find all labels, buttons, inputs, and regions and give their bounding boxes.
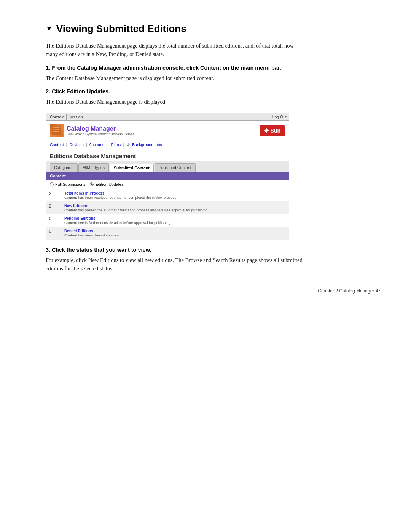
- sun-logo: ☀ Sun: [260, 125, 285, 136]
- data-row-3-info[interactable]: Pending Editions Content needs further c…: [61, 214, 289, 227]
- ss-content: Content Full Submissions Edition Updates: [46, 172, 289, 240]
- tab-submitted-content[interactable]: Submitted Content: [110, 164, 154, 172]
- data-row-4: 0 Denied Editions Content has been denie…: [46, 227, 289, 240]
- step-3-body: For example, click New Editions to view …: [46, 256, 304, 273]
- ss-topbar: Console Version Log Out: [46, 113, 289, 121]
- data-row-1-desc: Content has been received, but has not c…: [64, 195, 286, 200]
- svg-rect-2: [53, 129, 60, 130]
- step-1-number: 1.: [46, 65, 50, 71]
- steps-list: 1. From the Catalog Manager administrati…: [46, 65, 381, 273]
- svg-rect-1: [53, 127, 60, 128]
- data-row-1-number: 2: [46, 189, 61, 201]
- ss-navbar: Content | Devices | Accounts | Plans | ⚙…: [46, 141, 289, 149]
- ss-header-left: Catalog Manager Sun Java™ System Content…: [50, 124, 134, 137]
- logo-book-icon: [50, 124, 64, 137]
- step-3-number: 3.: [46, 247, 50, 253]
- radio-full-submissions[interactable]: Full Submissions: [50, 182, 85, 187]
- intro-text: The Editions Database Management page di…: [46, 42, 304, 59]
- data-row-3-title[interactable]: Pending Editions: [64, 216, 286, 220]
- page-container: ▼ Viewing Submitted Editions The Edition…: [0, 0, 411, 324]
- radio-edition-updates-button[interactable]: [90, 182, 94, 186]
- data-row-2-number: 2: [46, 202, 61, 214]
- nav-accounts[interactable]: Accounts: [89, 142, 105, 147]
- nav-devices[interactable]: Devices: [69, 142, 83, 147]
- data-row-1-info[interactable]: Total Items in Process Content has been …: [61, 189, 289, 201]
- step-1-body: The Content Database Management page is …: [46, 74, 304, 82]
- radio-edition-updates-label: Edition Updates: [95, 182, 123, 187]
- logo-text: Catalog Manager Sun Java™ System Content…: [67, 125, 134, 136]
- data-row-4-number: 0: [46, 227, 61, 239]
- radio-row: Full Submissions Edition Updates: [46, 180, 289, 189]
- ss-topbar-left: Console Version: [48, 114, 84, 120]
- logout-link[interactable]: Log Out: [270, 115, 287, 119]
- step-3-label: 3. Click the status that you want to vie…: [46, 247, 304, 253]
- ss-tabs: Categories MIME Types Submitted Content …: [46, 161, 289, 172]
- nav-content[interactable]: Content: [50, 142, 64, 147]
- data-row-3-number: 0: [46, 214, 61, 227]
- ss-page-title: Editions Database Management: [46, 149, 289, 161]
- step-2-number: 2.: [46, 88, 50, 94]
- step-2-label: 2. Click Edition Updates.: [46, 88, 304, 94]
- page-title: Viewing Submitted Editions: [56, 23, 186, 35]
- data-row-2-desc: Content has passed the automatic validat…: [64, 208, 286, 212]
- step-1-label: 1. From the Catalog Manager administrati…: [46, 65, 304, 71]
- console-link[interactable]: Console: [48, 114, 67, 120]
- radio-edition-updates[interactable]: Edition Updates: [90, 182, 123, 187]
- step-3-text: Click the status that you want to view.: [52, 247, 151, 253]
- content-section-header: Content: [46, 172, 289, 180]
- data-row-2-info[interactable]: New Editions Content has passed the auto…: [61, 202, 289, 214]
- tab-mime-types[interactable]: MIME Types: [78, 163, 109, 172]
- svg-rect-3: [53, 131, 59, 132]
- step-3: 3. Click the status that you want to vie…: [46, 247, 381, 273]
- step-1-text: From the Catalog Manager administration …: [52, 65, 281, 71]
- data-row-4-info[interactable]: Denied Editions Content has been denied …: [61, 227, 289, 239]
- nav-plans[interactable]: Plans: [111, 142, 121, 147]
- step-2-body: The Editions Database Management page is…: [46, 97, 304, 106]
- data-row-4-title[interactable]: Denied Editions: [64, 229, 286, 233]
- tab-published-content[interactable]: Published Content: [155, 163, 196, 172]
- data-row-4-desc: Content has been denied approval.: [64, 233, 286, 237]
- catalog-manager-title: Catalog Manager: [67, 125, 134, 132]
- tab-categories[interactable]: Categories: [50, 163, 78, 172]
- gear-icon: ⚙: [126, 142, 130, 147]
- radio-full-submissions-label: Full Submissions: [55, 182, 85, 187]
- screenshot-box: Console Version Log Out: [46, 113, 289, 240]
- catalog-manager-subtitle: Sun Java™ System Content Delivery Server: [67, 132, 134, 136]
- data-row-2: 2 New Editions Content has passed the au…: [46, 202, 289, 214]
- triangle-icon: ▼: [46, 25, 53, 33]
- step-1: 1. From the Catalog Manager administrati…: [46, 65, 381, 82]
- data-row-1-title[interactable]: Total Items in Process: [64, 191, 286, 195]
- step-2: 2. Click Edition Updates. The Editions D…: [46, 88, 381, 240]
- step-2-text: Click Edition Updates.: [52, 88, 110, 94]
- footer-text: Chapter 2 Catalog Manager 47: [46, 288, 381, 294]
- data-row-3: 0 Pending Editions Content needs further…: [46, 214, 289, 227]
- radio-full-submissions-button[interactable]: [50, 182, 54, 186]
- data-row-3-desc: Content needs further consideration befo…: [64, 220, 286, 225]
- data-row-2-title[interactable]: New Editions: [64, 204, 286, 208]
- version-link[interactable]: Version: [68, 114, 84, 120]
- nav-background-jobs[interactable]: Background jobs: [132, 142, 162, 147]
- data-row-1: 2 Total Items in Process Content has bee…: [46, 189, 289, 202]
- ss-header: Catalog Manager Sun Java™ System Content…: [46, 121, 289, 141]
- section-title: ▼ Viewing Submitted Editions: [46, 23, 381, 35]
